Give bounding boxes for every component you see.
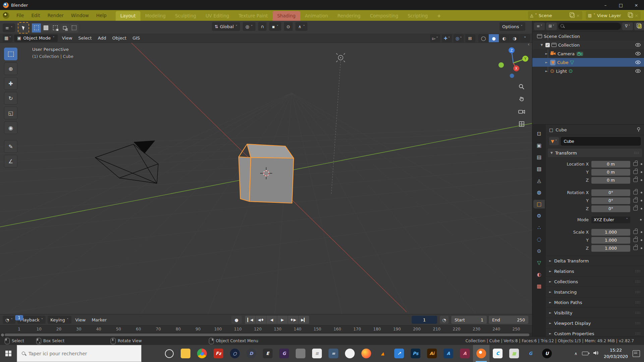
workspace-tab[interactable]: Animation (300, 11, 333, 21)
eye-icon[interactable] (635, 69, 641, 74)
value-field[interactable]: 0 m (591, 169, 630, 176)
workspace-tab[interactable]: Shading (273, 11, 300, 21)
properties-tab[interactable]: ▣ (533, 141, 545, 150)
notification-center-icon[interactable] (633, 350, 640, 357)
taskbar-app[interactable] (473, 345, 489, 362)
animate-dot[interactable] (641, 208, 642, 209)
viewport-tool-button[interactable]: ✚ (4, 77, 17, 90)
mode-dropdown[interactable]: ▣ Object Mode ˅ (14, 35, 58, 42)
eye-icon[interactable] (635, 52, 641, 57)
properties-tab[interactable]: ⊡ (533, 129, 545, 138)
expand-arrow-icon[interactable]: ► (544, 61, 548, 64)
taskbar-app[interactable]: ○ (227, 345, 243, 362)
taskbar-search-input[interactable] (28, 351, 130, 357)
animate-dot[interactable] (641, 247, 642, 249)
taskbar-app[interactable]: ≡ (309, 345, 325, 362)
tool-settings-editor-menu[interactable]: ≡˅ (3, 23, 15, 32)
unlock-icon[interactable] (633, 178, 638, 182)
outliner-row-collection[interactable]: ▼ ✓ Collection (532, 41, 644, 49)
navigation-gizmo[interactable]: Z Y X (498, 47, 530, 80)
taskbar-app[interactable]: ■ (506, 345, 522, 362)
topbar-menu-item[interactable]: Window (67, 13, 93, 18)
taskbar-search[interactable] (17, 345, 141, 362)
panel-grip[interactable]: ∷∷ (635, 290, 641, 294)
properties-tab[interactable]: ◐ (533, 270, 545, 279)
properties-tab[interactable]: □ (533, 200, 545, 208)
proportional-edit-toggle[interactable]: ⊙ (284, 22, 293, 31)
workspace-tab[interactable]: Modeling (140, 11, 170, 21)
timeline-editor-dropdown[interactable]: ◔˅ (3, 316, 15, 324)
animate-dot[interactable] (641, 192, 642, 193)
unlock-icon[interactable] (633, 238, 638, 242)
select-mode-button[interactable] (51, 23, 60, 33)
animate-dot[interactable] (641, 163, 642, 165)
value-field[interactable]: 1.000 (591, 237, 630, 244)
collapsed-panel-row[interactable]: ► Visibility ∷∷ (546, 308, 644, 318)
blender-menu-icon[interactable] (3, 12, 9, 19)
workspace-tab[interactable]: UV Editing (201, 11, 234, 21)
outliner-filter-dropdown[interactable]: ∇˅ (622, 22, 633, 30)
shading-mode-button[interactable]: ˅ (520, 34, 530, 42)
timeline-view-menu[interactable]: View (73, 317, 88, 322)
new-scene-icon[interactable] (571, 13, 575, 18)
taskbar-app[interactable]: ▲ (374, 345, 391, 362)
taskbar-app[interactable]: U (539, 345, 555, 362)
minimize-button[interactable]: – (598, 0, 613, 10)
animate-dot[interactable] (641, 239, 642, 241)
taskbar-app[interactable]: = (325, 345, 342, 362)
workspace-tab[interactable]: Scripting (403, 11, 432, 21)
outliner-display-mode-dropdown[interactable]: ⊞˅ (546, 22, 557, 30)
unlock-icon[interactable] (633, 230, 638, 234)
panel-grip[interactable]: ∷∷ (635, 331, 641, 336)
jump-to-end-button[interactable]: ▶▎ (299, 316, 309, 324)
keying-menu[interactable]: Keying˅ (48, 316, 71, 324)
view-layer-selector[interactable]: ▧ ˅ View Layer × (586, 11, 641, 20)
properties-tab[interactable]: ◌ (533, 235, 545, 244)
unlock-icon[interactable] (633, 199, 638, 202)
transform-orientation-dropdown[interactable]: ⇅ Global ˅ (212, 22, 240, 31)
playhead-frame-badge[interactable]: 1 (15, 315, 23, 320)
frame-end-field[interactable]: End 250 (489, 316, 528, 324)
animate-dot[interactable] (641, 171, 642, 173)
properties-tab[interactable]: ⊝ (533, 247, 545, 255)
viewport-toggle-button[interactable]: ▻˅ (430, 34, 440, 42)
taskbar-clock[interactable]: 15:22 20/03/2020 (604, 347, 628, 359)
outliner-row-camera[interactable]: ► Camera (532, 49, 644, 58)
viewport-canvas[interactable] (0, 43, 532, 314)
workspace-tab[interactable]: Compositing (365, 11, 403, 21)
topbar-menu-item[interactable]: File (13, 13, 28, 18)
taskbar-app[interactable] (161, 345, 177, 362)
workspace-tab[interactable]: Sculpting (170, 11, 201, 21)
panel-grip[interactable]: ∷∷ (635, 300, 641, 305)
taskbar-app[interactable]: ↗ (391, 345, 407, 362)
unlock-icon[interactable] (633, 207, 638, 210)
record-button[interactable]: ● (231, 316, 242, 324)
taskbar-app[interactable]: A (440, 345, 457, 362)
maximize-button[interactable]: □ (613, 0, 629, 10)
collapsed-panel-row[interactable]: ► Delta Transform (546, 256, 644, 266)
properties-tab[interactable]: ▧ (533, 165, 545, 173)
expand-arrow-icon[interactable]: ► (544, 52, 548, 55)
collapsed-panel-row[interactable]: ► Relations ∷∷ (546, 266, 644, 277)
taskbar-app[interactable]: A (457, 345, 473, 362)
value-field[interactable]: 0 m (591, 161, 630, 168)
select-mode-button[interactable] (60, 23, 69, 33)
transform-panel-header[interactable]: ▼ Transform ∷∷ (548, 148, 642, 157)
animate-dot[interactable] (641, 179, 642, 181)
animate-dot[interactable] (640, 219, 642, 221)
select-mode-button[interactable] (69, 23, 78, 33)
frame-start-field[interactable]: Start 1 (451, 316, 487, 324)
taskbar-app[interactable]: Fz (210, 345, 227, 362)
shading-mode-button[interactable]: ◑ (510, 34, 520, 42)
sidebar-collapse-arrow[interactable]: ‹ (528, 42, 530, 47)
expand-arrow-icon[interactable]: ► (544, 69, 548, 73)
battery-icon[interactable] (582, 352, 588, 355)
volume-icon[interactable] (593, 350, 599, 357)
new-view-layer-icon[interactable] (629, 13, 633, 18)
eye-icon[interactable] (635, 43, 641, 48)
camera-view-icon[interactable] (517, 107, 526, 116)
active-tool-button[interactable] (18, 22, 29, 34)
camera-data-badge[interactable] (576, 52, 583, 56)
collapsed-panel-row[interactable]: ► Motion Paths ∷∷ (546, 297, 644, 308)
mesh-data-badge[interactable]: ▽ (570, 59, 574, 65)
